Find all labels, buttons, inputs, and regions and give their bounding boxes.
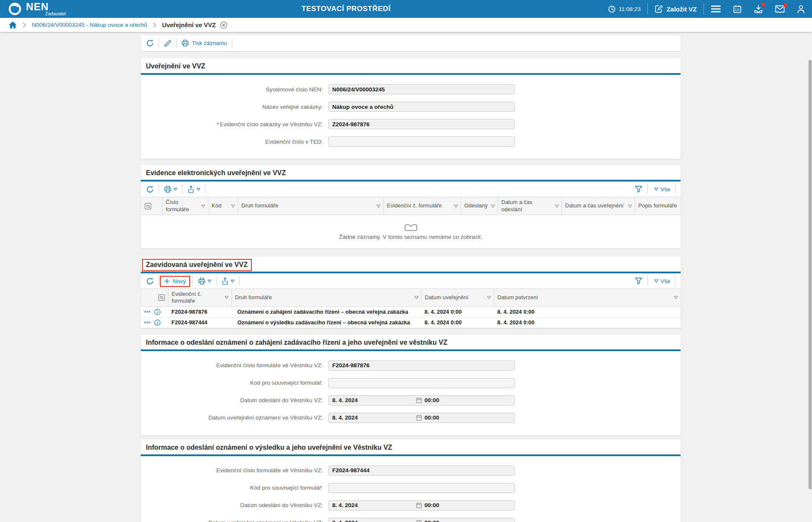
calendar-button[interactable]	[733, 5, 742, 14]
environment-title: TESTOVACÍ PROSTŘEDÍ	[302, 5, 390, 13]
breadcrumb: N006/24/V00003245 - Nákup ovoce a ořechů…	[0, 18, 812, 32]
column-settings-header[interactable]	[141, 289, 168, 307]
field-label: Kód pro související formulář:	[141, 485, 328, 491]
main-menu-button[interactable]	[711, 5, 721, 13]
grid-toolbar: Nový	[141, 273, 681, 289]
date-value: 8. 4. 2024	[332, 502, 416, 508]
calendar-small-icon[interactable]	[416, 397, 422, 403]
print-record-button[interactable]: Tisk záznamu	[181, 39, 227, 47]
time-value: 00:00	[425, 397, 439, 403]
filter-button[interactable]	[635, 185, 643, 193]
refresh-button[interactable]	[146, 185, 154, 193]
required-marker: *	[217, 121, 219, 128]
field-label: Evidenční číslo formuláře vě Věstníku VZ…	[141, 362, 328, 369]
time-value: 00:00	[425, 519, 439, 522]
datum-uverejneni-field[interactable]: 8. 4. 2024 00:00	[328, 518, 515, 522]
calendar-small-icon[interactable]	[416, 502, 422, 508]
calendar-small-icon[interactable]	[416, 414, 422, 421]
row-menu-button[interactable]	[144, 311, 151, 313]
section-info-vysledek: Informace o odeslání oznámení o výsledku…	[141, 440, 681, 522]
row-info-button[interactable]	[154, 319, 161, 326]
chevron-right-icon	[23, 22, 26, 28]
grid-toolbar: Vše	[141, 182, 681, 197]
scrollbar-thumb[interactable]	[809, 60, 812, 489]
empty-state-text: Žádné záznamy. V tomto seznamu nemáme co…	[339, 234, 482, 240]
printer-icon	[181, 39, 189, 47]
messages-button[interactable]	[775, 5, 785, 13]
date-value: 8. 4. 2024	[332, 519, 416, 522]
toolbar-divider	[239, 276, 239, 286]
user-profile-button[interactable]	[797, 5, 805, 14]
calendar-icon	[733, 5, 742, 14]
refresh-button[interactable]	[146, 39, 154, 47]
column-header[interactable]: Datum potvrzení	[494, 289, 681, 307]
column-header[interactable]: Odeslaný	[461, 197, 498, 215]
dropdown-triangle-icon	[197, 188, 200, 191]
section-title-annotated: Zaevidovaná uveřejnění ve VVZ	[146, 261, 248, 269]
print-menu-button[interactable]	[198, 277, 211, 285]
datum-odeslani-field[interactable]: 8. 4. 2024 00:00	[328, 500, 515, 511]
printer-icon	[164, 185, 172, 193]
column-header[interactable]: Kód	[208, 197, 238, 215]
printer-icon	[198, 277, 206, 285]
create-vz-label: Založit VZ	[667, 6, 697, 13]
kod-souvisejici-formular-field[interactable]	[328, 483, 515, 493]
row-info-button[interactable]	[154, 309, 161, 315]
datum-odeslani-field[interactable]: 8. 4. 2024 00:00	[328, 395, 515, 406]
filter-button[interactable]	[635, 277, 643, 285]
home-button[interactable]	[9, 21, 17, 29]
table-row[interactable]: F2024-987876 Oznámení o zahájení zadávac…	[141, 306, 681, 317]
sort-filter-icon	[491, 204, 495, 208]
column-header[interactable]: Evidenční č. formuláře	[168, 289, 231, 307]
table-row[interactable]: F2024-987444 Oznámení o výsledku zadávac…	[141, 317, 681, 328]
toolbar-divider	[675, 276, 675, 286]
datum-uverejneni-field[interactable]: 8. 4. 2024 00:00	[328, 413, 515, 423]
column-header[interactable]: Popis formuláře	[635, 197, 681, 215]
new-record-label: Nový	[173, 278, 186, 284]
column-header[interactable]: Datum a čas uveřejnění	[561, 197, 635, 215]
column-header[interactable]: Číslo formuláře	[162, 197, 208, 215]
notification-badge	[783, 3, 787, 7]
close-tab-button[interactable]	[220, 21, 228, 29]
toolbar-divider	[193, 276, 193, 286]
row-menu-button[interactable]	[144, 321, 151, 323]
column-header[interactable]: Evidenční č. formuláře	[383, 197, 461, 215]
column-settings-header[interactable]	[141, 197, 162, 215]
export-menu-button[interactable]	[221, 277, 234, 285]
page-scrollbar[interactable]	[808, 32, 812, 522]
breadcrumb-procurement-link[interactable]: N006/24/V00003245 - Nákup ovoce a ořechů	[32, 22, 147, 28]
table-header-row: Evidenční č. formuláře Druh formuláře Da…	[141, 289, 681, 307]
calendar-small-icon[interactable]	[416, 519, 422, 522]
nen-home-logo[interactable]: NEN Zadavatel	[8, 2, 66, 16]
session-time: 11:08:23	[619, 6, 641, 12]
inbox-downloads-button[interactable]	[754, 5, 763, 14]
kod-souvisejici-formular-field[interactable]	[328, 378, 515, 388]
export-menu-button[interactable]	[187, 185, 200, 193]
export-icon	[221, 277, 229, 285]
refresh-button[interactable]	[146, 277, 154, 285]
view-all-button[interactable]: Vše	[652, 278, 670, 284]
cell-datum-uverejneni: 8. 4. 2024 0:00	[421, 317, 494, 328]
close-circle-icon	[220, 21, 228, 29]
table-header-row: Číslo formuláře Kód Druh formuláře Evide…	[141, 197, 681, 215]
edit-record-button[interactable]	[164, 40, 171, 47]
print-menu-button[interactable]	[164, 185, 177, 193]
empty-state: Žádné záznamy. V tomto seznamu nemáme co…	[141, 215, 681, 248]
create-vz-button[interactable]: Založit VZ	[655, 5, 697, 13]
column-header[interactable]: Druh formuláře	[238, 197, 383, 215]
view-all-button[interactable]: Vše	[652, 186, 670, 193]
column-header[interactable]: Datum a čas odeslání	[498, 197, 561, 215]
toolbar-divider	[647, 184, 648, 194]
plus-icon	[164, 278, 170, 284]
column-header[interactable]: Datum uveřejnění	[421, 289, 494, 307]
cell-evidencni-cislo: F2024-987444	[168, 317, 231, 328]
new-record-button[interactable]: Nový	[164, 278, 186, 284]
sort-filter-icon	[414, 296, 419, 299]
evidencni-cislo-vvz-field[interactable]: Z2024-987876	[328, 119, 515, 129]
record-toolbar: Tisk záznamu	[141, 35, 681, 51]
evidencni-cislo-ted-field[interactable]	[328, 136, 515, 147]
section-evidence-elektronickych-uverejneni: Evidence elektronických uveřejnění ve VV…	[141, 165, 681, 248]
date-value: 8. 4. 2024	[332, 397, 416, 403]
section-title: Informace o odeslání oznámení o výsledku…	[141, 440, 681, 456]
column-header[interactable]: Druh formuláře	[231, 289, 421, 307]
